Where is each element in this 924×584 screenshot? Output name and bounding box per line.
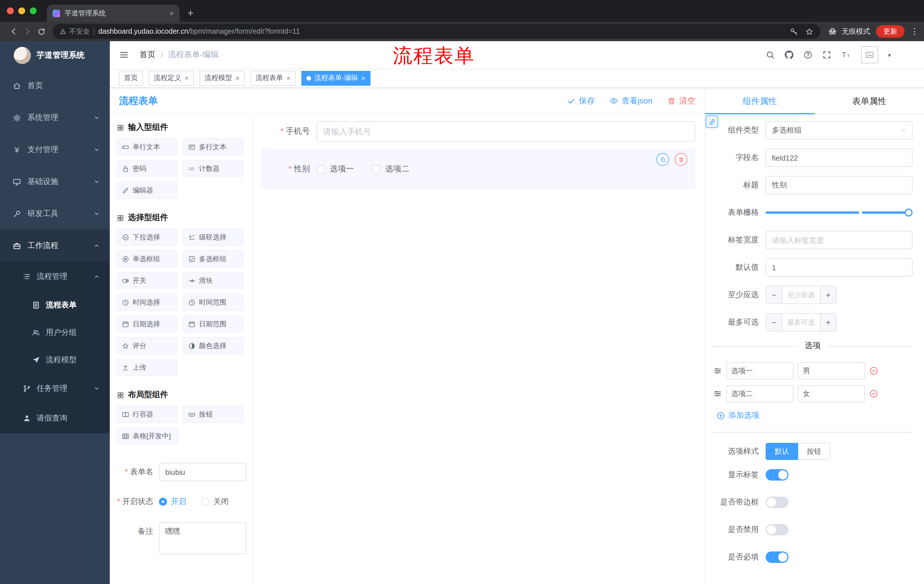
palette-item-counter[interactable]: 计数器 xyxy=(183,160,244,177)
status-radio-open[interactable]: 开启 xyxy=(159,497,186,507)
fullscreen-icon[interactable] xyxy=(822,50,832,59)
tab-component-props[interactable]: 组件属性 xyxy=(705,88,815,114)
decrease-icon[interactable]: − xyxy=(766,286,782,303)
close-icon[interactable]: × xyxy=(185,74,189,81)
option-2-label-input[interactable] xyxy=(726,385,794,402)
title-input[interactable] xyxy=(766,176,912,194)
palette-item-input[interactable]: 单行文本 xyxy=(117,138,177,155)
field-name-input[interactable] xyxy=(766,148,912,167)
bookmark-star-icon[interactable] xyxy=(805,27,813,36)
palette-item-date-range[interactable]: 日期范围 xyxy=(183,316,244,332)
tag-home[interactable]: 首页 xyxy=(119,71,143,86)
remove-option-icon[interactable] xyxy=(869,366,878,375)
required-toggle[interactable] xyxy=(766,551,789,563)
palette-item-upload[interactable]: 上传 xyxy=(117,359,177,376)
sidebar-item-devtools[interactable]: 研发工具 xyxy=(0,198,110,230)
tag-process-definition[interactable]: 流程定义× xyxy=(148,71,194,86)
option-1-value-input[interactable] xyxy=(798,362,865,380)
close-icon[interactable]: × xyxy=(236,74,239,81)
max-count-input[interactable] xyxy=(782,314,820,331)
github-icon[interactable] xyxy=(784,50,794,59)
palette-item-select[interactable]: 下拉选择 xyxy=(117,229,177,246)
status-radio-closed[interactable]: 关闭 xyxy=(201,497,229,507)
palette-item-textarea[interactable]: 多行文本 xyxy=(183,138,244,155)
palette-item-time-range[interactable]: 时间范围 xyxy=(183,294,244,311)
reload-icon[interactable] xyxy=(34,25,48,38)
border-toggle[interactable] xyxy=(766,497,789,508)
option-1-label-input[interactable] xyxy=(726,362,794,380)
sidebar-item-task-mgmt[interactable]: 任务管理 xyxy=(0,374,110,403)
window-zoom-button[interactable] xyxy=(30,7,36,14)
password-key-icon[interactable] xyxy=(790,27,798,36)
slider-handle[interactable] xyxy=(904,209,912,217)
tab-form-props[interactable]: 表单属性 xyxy=(815,88,924,114)
drag-handle-icon[interactable] xyxy=(713,389,722,398)
help-icon[interactable] xyxy=(804,50,812,59)
palette-item-switch[interactable]: 开关 xyxy=(117,272,177,289)
label-width-input[interactable] xyxy=(766,231,912,249)
sidebar-item-payment[interactable]: ¥ 支付管理 xyxy=(0,134,110,166)
sidebar-item-leave-query[interactable]: 请假查询 xyxy=(0,403,110,433)
delete-field-button[interactable] xyxy=(675,153,687,166)
palette-item-radio-group[interactable]: 单选框组 xyxy=(117,250,177,267)
address-bar[interactable]: 不安全 dashboard.yudao.iocoder.cn/bpm/manag… xyxy=(53,24,820,39)
palette-item-date-picker[interactable]: 日期选择 xyxy=(117,316,177,332)
palette-item-checkbox-group[interactable]: 多选框组 xyxy=(183,250,244,267)
window-close-button[interactable] xyxy=(7,7,14,14)
back-icon[interactable] xyxy=(7,25,21,38)
palette-item-slider[interactable]: 滑块 xyxy=(183,272,244,289)
sidebar-item-workflow[interactable]: 工作流程 xyxy=(0,230,110,262)
increase-icon[interactable]: + xyxy=(820,314,836,331)
style-button-button[interactable]: 按钮 xyxy=(798,443,830,460)
palette-item-color-picker[interactable]: 颜色选择 xyxy=(183,337,244,354)
close-icon[interactable]: × xyxy=(287,74,290,81)
grid-slider[interactable] xyxy=(766,204,912,222)
save-button[interactable]: 保存 xyxy=(568,96,595,106)
close-icon[interactable]: × xyxy=(361,74,365,81)
breadcrumb-home[interactable]: 首页 xyxy=(140,50,155,60)
palette-item-time-picker[interactable]: 时间选择 xyxy=(117,294,177,311)
field-gender-selected[interactable]: 性别 选项一 选项二 xyxy=(261,148,695,190)
link-tag-button[interactable] xyxy=(706,115,718,128)
palette-item-table[interactable]: 表格[开发中] xyxy=(117,428,178,444)
new-tab-button[interactable]: + xyxy=(188,8,193,18)
sidebar-item-home[interactable]: 首页 xyxy=(0,70,110,102)
default-value-input[interactable] xyxy=(766,258,912,276)
show-label-toggle[interactable] xyxy=(766,469,789,480)
palette-item-row-container[interactable]: 行容器 xyxy=(117,406,177,423)
avatar[interactable] xyxy=(861,46,878,63)
palette-item-cascader[interactable]: 级联选择 xyxy=(183,229,244,246)
min-count-input[interactable] xyxy=(782,286,820,303)
sidebar-item-process-model[interactable]: 流程模型 xyxy=(0,346,110,374)
disabled-toggle[interactable] xyxy=(766,524,789,535)
tab-close-icon[interactable]: × xyxy=(170,10,174,17)
form-remark-textarea[interactable]: 嘿嘿 xyxy=(159,522,246,554)
avatar-caret-icon[interactable]: ▾ xyxy=(888,52,891,58)
sidebar-item-process-form[interactable]: 流程表单 xyxy=(0,291,110,319)
form-name-input[interactable] xyxy=(159,463,246,481)
palette-item-password[interactable]: 密码 xyxy=(117,160,177,177)
tag-process-model[interactable]: 流程模型× xyxy=(200,71,245,86)
phone-input[interactable] xyxy=(317,121,695,142)
tag-process-form[interactable]: 流程表单× xyxy=(251,71,295,86)
style-default-button[interactable]: 默认 xyxy=(766,443,798,460)
sidebar-item-system[interactable]: 系统管理 xyxy=(0,102,110,134)
browser-menu-icon[interactable]: ⋮ xyxy=(910,26,917,36)
search-icon[interactable] xyxy=(766,50,775,59)
palette-item-button[interactable]: 按钮 xyxy=(183,406,244,423)
palette-item-editor[interactable]: 编辑器 xyxy=(117,182,177,199)
decrease-icon[interactable]: − xyxy=(766,314,782,331)
view-json-button[interactable]: 查看json xyxy=(610,96,652,106)
sidebar-item-user-groups[interactable]: 用户分组 xyxy=(0,319,110,346)
sidebar-item-infra[interactable]: 基础设施 xyxy=(0,166,110,198)
sidebar-item-process-mgmt[interactable]: 流程管理 xyxy=(0,262,110,291)
window-minimize-button[interactable] xyxy=(18,7,25,14)
field-phone[interactable]: 手机号 xyxy=(261,121,695,142)
increase-icon[interactable]: + xyxy=(820,286,836,303)
tag-process-form-edit[interactable]: 流程表单-编辑× xyxy=(301,71,371,86)
security-status[interactable]: 不安全 xyxy=(59,26,90,36)
palette-item-rate[interactable]: 评分 xyxy=(117,337,177,354)
sidebar-logo[interactable]: 芋道管理系统 xyxy=(0,41,110,70)
gender-checkbox-option-1[interactable]: 选项一 xyxy=(317,164,354,174)
font-size-icon[interactable] xyxy=(841,50,851,60)
